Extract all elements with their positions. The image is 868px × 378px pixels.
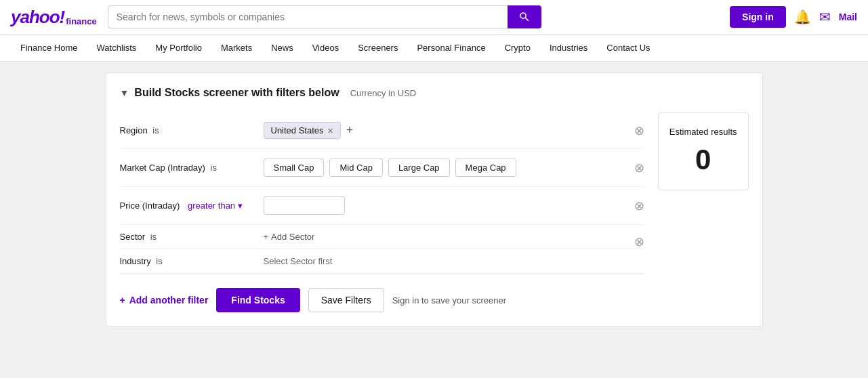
nav-item-my-portfolio[interactable]: My Portfolio [146,35,211,61]
add-sector-link[interactable]: + Add Sector [264,232,315,242]
main-content: ▼ Build Stocks screener with filters bel… [0,62,868,337]
industry-filter-content: Select Sector first [264,256,644,266]
logo-yahoo-text: yahoo! [11,7,64,28]
search-input[interactable] [108,5,508,28]
price-filter-content [264,196,626,215]
industry-condition: is [154,256,163,266]
main-nav: Finance Home Watchlists My Portfolio Mar… [0,35,868,62]
region-filter-row: Region is United States × + ⊗ [120,112,644,149]
sector-filter-label: Sector is [120,232,255,242]
screener-footer: + Add another filter Find Stocks Save Fi… [120,288,749,312]
header: yahoo! finance Sign in 🔔 ✉ Mail [0,0,868,35]
results-panel: Estimated results 0 [658,112,749,190]
large-cap-button[interactable]: Large Cap [388,159,450,177]
sector-filter-row: Sector is + Add Sector [120,225,644,249]
results-count: 0 [669,144,737,176]
search-button[interactable] [508,5,541,28]
mail-label[interactable]: Mail [839,12,857,22]
region-add-button[interactable]: + [346,123,354,138]
nav-item-markets[interactable]: Markets [211,35,262,61]
mail-icon[interactable]: ✉ [819,9,831,25]
region-filter-content: United States × + [264,122,626,139]
logo[interactable]: yahoo! finance [11,7,97,28]
add-filter-link[interactable]: + Add another filter [120,295,209,306]
logo-finance-text: finance [66,16,97,26]
filters-section: Region is United States × + ⊗ [120,112,644,274]
nav-item-industries[interactable]: Industries [540,35,597,61]
industry-filter-row: Industry is Select Sector first [120,249,644,274]
screener-title: Build Stocks screener with filters below [134,87,339,99]
market-cap-filter-label: Market Cap (Intraday) is [120,163,255,173]
market-cap-filter-remove[interactable]: ⊗ [634,161,644,175]
region-filter-remove[interactable]: ⊗ [634,123,644,138]
search-icon [518,11,531,23]
region-tag: United States × [264,122,341,139]
add-sector-plus: + [264,232,269,242]
nav-item-screeners[interactable]: Screeners [348,35,407,61]
small-cap-button[interactable]: Small Cap [264,159,325,177]
sign-in-button[interactable]: Sign in [730,6,786,28]
price-input[interactable] [264,196,345,215]
bell-icon[interactable]: 🔔 [794,9,811,25]
screener-header: ▼ Build Stocks screener with filters bel… [120,87,749,99]
price-label-text: Price (Intraday) [120,201,180,211]
industry-placeholder: Select Sector first [264,256,333,266]
market-cap-condition: is [208,163,217,173]
nav-item-contact-us[interactable]: Contact Us [597,35,659,61]
sector-industry-container: Sector is + Add Sector Industry [120,225,644,274]
market-cap-filter-content: Small Cap Mid Cap Large Cap Mega Cap [264,159,626,177]
market-cap-label-text: Market Cap (Intraday) [120,163,205,173]
collapse-icon[interactable]: ▼ [120,87,129,98]
price-condition-text: greater than [188,201,235,211]
sector-filter-content: + Add Sector [264,232,644,242]
screener-body: Region is United States × + ⊗ [120,112,749,274]
add-sector-label: Add Sector [271,232,314,242]
region-tag-value: United States [271,125,324,135]
find-stocks-button[interactable]: Find Stocks [216,288,299,312]
add-filter-plus: + [120,295,125,306]
mid-cap-button[interactable]: Mid Cap [329,159,382,177]
industry-filter-label: Industry is [120,256,255,266]
price-condition-link[interactable]: greater than ▾ [182,201,243,211]
add-filter-label: Add another filter [129,295,209,306]
nav-item-videos[interactable]: Videos [303,35,349,61]
nav-item-watchlists[interactable]: Watchlists [87,35,146,61]
region-label-text: Region [120,125,148,135]
price-condition-chevron: ▾ [238,201,243,211]
nav-item-crypto[interactable]: Crypto [495,35,540,61]
mega-cap-button[interactable]: Mega Cap [455,159,516,177]
sector-label-text: Sector [120,232,146,242]
region-condition: is [150,125,159,135]
search-bar [108,5,541,28]
nav-item-personal-finance[interactable]: Personal Finance [407,35,495,61]
market-cap-filter-row: Market Cap (Intraday) is Small Cap Mid C… [120,149,644,187]
results-label: Estimated results [669,127,737,137]
region-tag-remove[interactable]: × [328,126,333,135]
industry-label-text: Industry [120,256,151,266]
sector-industry-filter-remove[interactable]: ⊗ [634,234,644,249]
price-filter-remove[interactable]: ⊗ [634,198,644,213]
screener-card: ▼ Build Stocks screener with filters bel… [106,72,763,327]
nav-item-finance-home[interactable]: Finance Home [11,35,87,61]
price-filter-row: Price (Intraday) greater than ▾ ⊗ [120,187,644,225]
nav-item-news[interactable]: News [262,35,303,61]
region-filter-label: Region is [120,125,255,135]
header-actions: Sign in 🔔 ✉ Mail [730,6,857,28]
sign-in-note: Sign in to save your screener [392,295,506,306]
save-filters-button[interactable]: Save Filters [308,288,384,312]
price-filter-label: Price (Intraday) greater than ▾ [120,201,255,211]
sector-condition: is [148,232,157,242]
currency-note: Currency in USD [350,88,417,98]
